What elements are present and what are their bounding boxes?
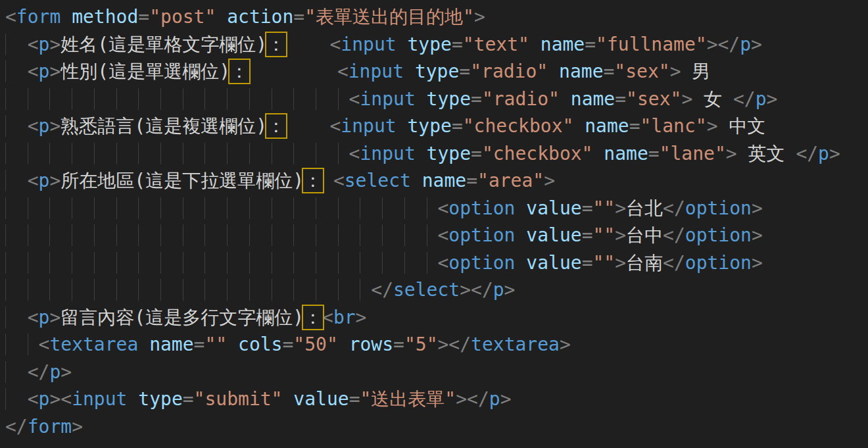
token-punctuation: < [322,307,333,328]
indent-guides [5,115,28,137]
token-text [338,334,349,355]
token-punctuation: = [582,252,593,274]
token-punctuation: </ [5,416,28,437]
token-text [416,88,427,110]
code-line[interactable]: <input type="checkbox" name="lane"> 英文 <… [5,140,868,168]
token-text [216,6,227,28]
token-text: 所在地區(這是下拉選單欄位) [60,170,304,191]
token-punctuation: = [393,334,404,355]
token-text: 熟悉語言(這是複選欄位) [60,115,267,137]
token-tag-name: input [341,115,396,137]
token-text [127,388,138,410]
code-line[interactable]: <p>所在地區(這是下拉選單欄位)： <select name="area"> [5,167,868,195]
token-punctuation: > [500,388,512,410]
code-editor[interactable]: <form method="post" action="表單送出的目的地"> <… [0,0,868,448]
token-string: "checkbox" [482,143,593,164]
token-punctuation: = [629,115,640,137]
token-text: 英文 [737,143,796,164]
token-punctuation: < [28,61,39,82]
code-line[interactable]: </form> [5,413,868,441]
token-tag-name: form [28,416,72,437]
token-punctuation: < [329,34,341,55]
token-text [592,143,604,164]
token-tag-name: option [448,252,515,274]
code-line[interactable]: <option value="">台中</option> [5,222,868,249]
token-punctuation: = [138,6,149,28]
token-punctuation: ></ [438,334,471,355]
token-punctuation: </ [371,279,393,301]
token-punctuation: = [585,34,596,55]
token-tag-name: p [489,388,500,410]
token-punctuation: < [28,34,39,55]
token-punctuation: = [582,197,593,219]
token-text: 男 [681,61,711,82]
token-punctuation: < [337,61,349,82]
unicode-highlight-colon: ： [267,34,285,55]
code-line[interactable]: <textarea name="" cols="50" rows="5"></t… [5,331,868,359]
token-text [529,34,541,55]
token-punctuation: = [648,143,660,164]
token-punctuation: ></ [707,34,740,55]
token-tag-name: p [39,34,50,55]
token-attribute-name: action [227,6,293,28]
token-text: 台北 [626,197,663,219]
token-tag-name: p [49,361,60,383]
token-attribute-name: name [149,334,193,355]
indent-guides [5,252,437,274]
token-text [548,61,559,82]
token-attribute-name: name [422,170,466,191]
code-line[interactable]: <p>留言內容(這是多行文字欄位)：<br> [5,304,868,332]
token-string: "fullname" [596,34,707,55]
code-line[interactable]: </select></p> [5,276,868,304]
indent-guides [5,143,349,164]
token-text [515,252,526,274]
code-line[interactable]: <p><input type="submit" value="送出表單"></p… [5,386,868,413]
token-attribute-name: name [585,115,629,137]
token-punctuation: = [615,88,626,110]
code-line[interactable]: </p> [5,359,868,386]
token-text [60,6,72,28]
code-line[interactable]: <p>熟悉語言(這是複選欄位)： <input type="checkbox" … [5,112,868,140]
token-punctuation: > [752,197,763,219]
token-tag-name: p [39,115,50,137]
token-punctuation: > [49,170,60,191]
token-tag-name: option [685,252,752,274]
token-punctuation: = [293,6,304,28]
token-text: 姓名(這是單格文字欄位) [60,34,267,55]
code-line[interactable]: <p>性別(這是單選欄位)： <input type="radio" name=… [5,58,868,86]
token-punctuation: > [49,388,60,410]
token-attribute-name: type [415,61,459,82]
code-line[interactable]: <input type="radio" name="sex"> 女 </p> [5,86,868,113]
indent-guides [5,34,28,55]
token-punctuation: < [5,6,16,28]
code-line[interactable]: <option value="">台南</option> [5,249,868,277]
token-punctuation: < [329,115,341,137]
token-punctuation: </ [663,252,685,274]
code-line[interactable]: <form method="post" action="表單送出的目的地"> [5,3,868,31]
token-tag-name: select [345,170,411,191]
token-punctuation: > [356,307,367,328]
token-tag-name: br [333,307,356,328]
token-string: "checkbox" [463,115,574,137]
token-tag-name: textarea [49,334,138,355]
code-line[interactable]: <p>姓名(這是單格文字欄位)： <input type="text" name… [5,31,868,59]
token-tag-name: form [16,6,60,28]
token-punctuation: < [28,388,39,410]
token-attribute-name: value [526,252,581,274]
token-attribute-name: name [571,88,615,110]
token-punctuation: > [49,61,60,82]
token-punctuation: </ [663,224,685,246]
token-punctuation: < [437,197,448,219]
indent-guides [5,224,437,246]
token-string: "radio" [482,88,560,110]
token-string: "lane" [660,143,726,164]
token-punctuation: = [194,334,205,355]
token-punctuation: > [615,224,626,246]
code-line[interactable]: <option value="">台北</option> [5,195,868,222]
token-string: "radio" [470,61,548,82]
token-attribute-name: value [526,224,581,246]
token-attribute-name: value [293,388,349,410]
token-attribute-name: type [407,115,451,137]
token-text: 中文 [718,115,766,137]
token-text [416,143,427,164]
